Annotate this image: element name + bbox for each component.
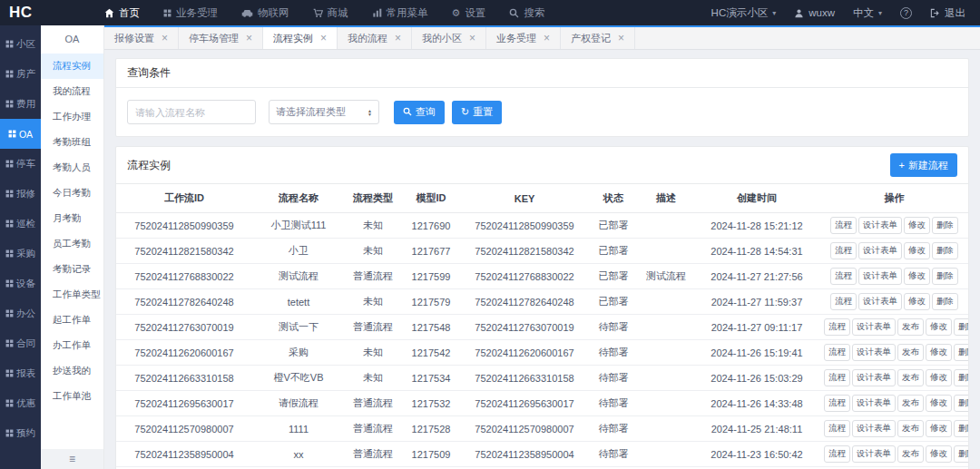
sidebar-item[interactable]: 小区 [0, 29, 41, 59]
action-publish-button[interactable]: 发布 [897, 445, 924, 463]
action-design-form-button[interactable]: 设计表单 [858, 293, 902, 310]
logout-button[interactable]: 退出 [930, 6, 965, 20]
action-delete-button[interactable]: 删除 [954, 420, 968, 437]
reset-button[interactable]: ↻ 重置 [452, 101, 502, 124]
close-icon[interactable]: × [544, 33, 550, 44]
sidebar-item[interactable]: 采购 [0, 239, 41, 269]
top-menu-item[interactable]: 业务受理 [163, 6, 218, 20]
sidebar-item[interactable]: 报表 [0, 358, 41, 388]
action-flow-button[interactable]: 流程 [830, 268, 857, 285]
action-delete-button[interactable]: 删除 [954, 395, 968, 412]
process-name-input[interactable] [127, 100, 256, 124]
action-delete-button[interactable]: 删除 [954, 369, 968, 386]
sidebar-item[interactable]: 优惠 [0, 388, 41, 418]
sidebar-item[interactable]: 停车 [0, 149, 41, 179]
submenu-item[interactable]: 我的流程 [41, 79, 103, 104]
action-publish-button[interactable]: 发布 [897, 344, 924, 361]
help-button[interactable]: ? [900, 7, 912, 19]
sidebar-item[interactable]: 费用 [0, 89, 41, 119]
close-icon[interactable]: × [320, 33, 327, 44]
action-publish-button[interactable]: 发布 [897, 318, 924, 336]
action-design-form-button[interactable]: 设计表单 [858, 268, 902, 285]
action-flow-button[interactable]: 流程 [824, 445, 850, 463]
action-edit-button[interactable]: 修改 [926, 369, 952, 386]
action-edit-button[interactable]: 修改 [904, 293, 930, 310]
action-publish-button[interactable]: 发布 [897, 420, 924, 437]
action-publish-button[interactable]: 发布 [897, 395, 924, 412]
action-flow-button[interactable]: 流程 [824, 318, 850, 336]
tab[interactable]: 业务受理× [486, 27, 561, 49]
process-type-select[interactable]: 请选择流程类型 ▲▼ [269, 100, 379, 124]
submenu-item[interactable]: 员工考勤 [41, 231, 103, 257]
new-process-button[interactable]: + 新建流程 [890, 153, 957, 177]
action-delete-button[interactable]: 删除 [932, 242, 958, 259]
sidebar-item[interactable]: 巡检 [0, 209, 41, 239]
submenu-item[interactable]: 工作办理 [41, 104, 103, 130]
submenu-item[interactable]: 考勤记录 [41, 257, 103, 282]
action-edit-button[interactable]: 修改 [926, 395, 952, 412]
sidebar-item[interactable]: OA [0, 119, 41, 149]
community-selector[interactable]: HC演示小区 ▾ [711, 6, 777, 20]
action-edit-button[interactable]: 修改 [904, 217, 930, 234]
close-icon[interactable]: × [246, 33, 252, 44]
submenu-item[interactable]: 考勤班组 [41, 130, 103, 155]
submenu-item[interactable]: 今日考勤 [41, 181, 103, 206]
sidebar-item[interactable]: 房产 [0, 59, 41, 89]
submenu-item[interactable]: 考勤人员 [41, 155, 103, 181]
action-delete-button[interactable]: 删除 [932, 217, 958, 234]
top-menu-item[interactable]: 常用菜单 [372, 6, 428, 20]
sidebar-item[interactable]: 报修 [0, 179, 41, 209]
top-menu-item[interactable]: ⚙设置 [452, 6, 486, 20]
action-design-form-button[interactable]: 设计表单 [858, 217, 902, 234]
action-edit-button[interactable]: 修改 [926, 344, 952, 361]
search-button[interactable]: 查询 [394, 101, 445, 124]
submenu-item[interactable]: 办工作单 [41, 333, 103, 358]
tab[interactable]: 我的流程× [338, 27, 412, 49]
action-design-form-button[interactable]: 设计表单 [852, 318, 896, 336]
top-menu-item[interactable]: 搜索 [509, 6, 544, 20]
language-selector[interactable]: 中文 ▾ [853, 6, 882, 20]
action-edit-button[interactable]: 修改 [926, 420, 952, 437]
submenu-item[interactable]: 工作单类型 [41, 282, 103, 308]
action-edit-button[interactable]: 修改 [904, 242, 930, 259]
action-edit-button[interactable]: 修改 [926, 445, 952, 463]
close-icon[interactable]: × [162, 33, 168, 44]
action-edit-button[interactable]: 修改 [926, 318, 952, 336]
top-menu-item[interactable]: 商城 [313, 6, 348, 20]
action-design-form-button[interactable]: 设计表单 [858, 242, 902, 259]
action-delete-button[interactable]: 删除 [932, 268, 958, 285]
action-flow-button[interactable]: 流程 [830, 293, 857, 310]
submenu-item[interactable]: 月考勤 [41, 206, 103, 231]
tab[interactable]: 我的小区× [412, 27, 486, 49]
close-icon[interactable]: × [618, 33, 624, 44]
action-flow-button[interactable]: 流程 [824, 395, 850, 412]
action-edit-button[interactable]: 修改 [904, 268, 930, 285]
sidebar-item[interactable]: 预约 [0, 418, 41, 448]
action-flow-button[interactable]: 流程 [824, 344, 850, 361]
action-design-form-button[interactable]: 设计表单 [852, 445, 896, 463]
sidebar-item[interactable]: 办公 [0, 298, 41, 328]
sidebar-item[interactable]: 设备 [0, 269, 41, 298]
action-delete-button[interactable]: 删除 [954, 445, 968, 463]
tab[interactable]: 报修设置× [104, 27, 179, 49]
action-flow-button[interactable]: 流程 [830, 242, 857, 259]
action-delete-button[interactable]: 删除 [954, 344, 968, 361]
sidebar-item[interactable]: 合同 [0, 328, 41, 358]
top-menu-item-active[interactable]: 首页 [104, 6, 140, 20]
action-flow-button[interactable]: 流程 [830, 217, 857, 234]
action-design-form-button[interactable]: 设计表单 [852, 420, 896, 437]
action-design-form-button[interactable]: 设计表单 [852, 344, 896, 361]
action-publish-button[interactable]: 发布 [897, 369, 924, 386]
close-icon[interactable]: × [469, 33, 475, 44]
submenu-item[interactable]: 抄送我的 [41, 358, 103, 384]
tab[interactable]: 流程实例× [263, 27, 338, 49]
top-menu-item[interactable]: 物联网 [241, 6, 289, 20]
submenu-item[interactable]: 起工作单 [41, 308, 103, 333]
action-delete-button[interactable]: 删除 [954, 318, 968, 336]
action-design-form-button[interactable]: 设计表单 [852, 395, 896, 412]
user-menu[interactable]: wuxw [794, 7, 835, 18]
tab[interactable]: 停车场管理× [179, 27, 263, 49]
submenu-item[interactable]: 流程实例 [41, 54, 103, 79]
close-icon[interactable]: × [395, 33, 401, 44]
action-design-form-button[interactable]: 设计表单 [852, 369, 896, 386]
